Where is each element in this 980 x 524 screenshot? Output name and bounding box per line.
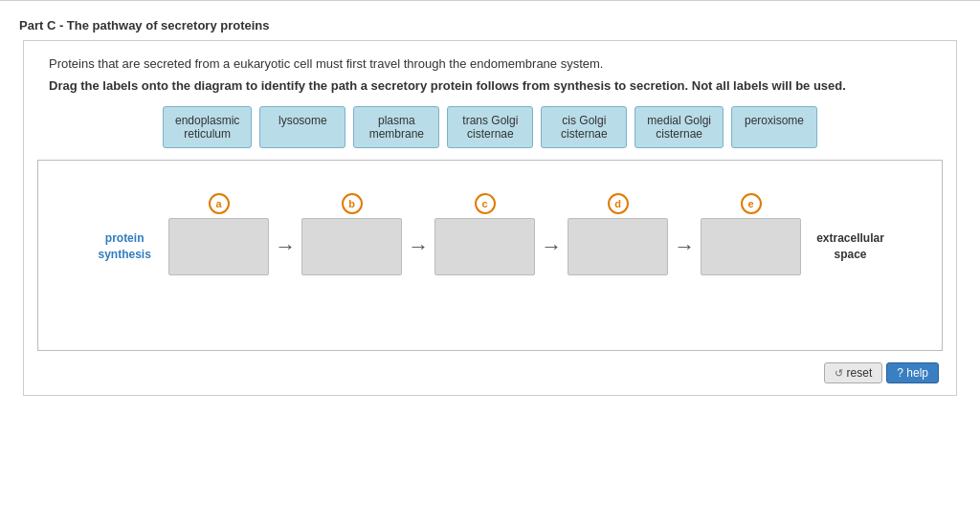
part-header: Part C - The pathway of secretory protei… bbox=[19, 18, 961, 33]
arrow-1: → bbox=[275, 236, 296, 257]
bottom-bar: ↺ reset ? help bbox=[37, 362, 943, 383]
step-label-e: e bbox=[741, 193, 762, 214]
right-side-label: extracellular space bbox=[816, 230, 884, 263]
drop-box-wrapper-e: e bbox=[701, 218, 801, 275]
diagram-box: protein synthesis a → b → bbox=[37, 160, 943, 351]
page-container: Part C - The pathway of secretory protei… bbox=[0, 0, 980, 405]
left-side-label: protein synthesis bbox=[96, 230, 153, 263]
drop-box-c[interactable] bbox=[434, 218, 535, 275]
drop-box-wrapper-b: b bbox=[301, 218, 402, 275]
description-text: Proteins that are secreted from a eukary… bbox=[37, 56, 943, 71]
label-medial-golgi[interactable]: medial Golgi cisternae bbox=[635, 106, 724, 148]
step-label-b: b bbox=[342, 193, 363, 214]
drop-box-wrapper-a: a bbox=[168, 218, 269, 275]
drop-box-a[interactable] bbox=[168, 218, 269, 275]
label-plasma-membrane[interactable]: plasma membrane bbox=[353, 106, 439, 148]
part-label: Part C bbox=[19, 18, 56, 33]
help-button[interactable]: ? help bbox=[886, 362, 939, 383]
step-label-d: d bbox=[608, 193, 629, 214]
drop-box-wrapper-c: c bbox=[434, 218, 535, 275]
reset-label: reset bbox=[847, 366, 873, 380]
labels-row: endoplasmic reticulum lysosome plasma me… bbox=[37, 106, 943, 148]
step-label-a: a bbox=[209, 193, 230, 214]
drop-box-b[interactable] bbox=[301, 218, 402, 275]
drop-box-d[interactable] bbox=[568, 218, 668, 275]
outer-box: Proteins that are secreted from a eukary… bbox=[23, 40, 957, 396]
diagram-content: protein synthesis a → b → bbox=[57, 218, 923, 275]
part-dash: - bbox=[56, 18, 67, 33]
reset-button[interactable]: ↺ reset bbox=[824, 362, 883, 383]
label-peroxisome[interactable]: peroxisome bbox=[731, 106, 817, 148]
pathway-row: a → b → c → bbox=[168, 218, 801, 275]
drop-box-wrapper-d: d bbox=[568, 218, 668, 275]
arrow-4: → bbox=[674, 236, 695, 257]
step-label-c: c bbox=[475, 193, 496, 214]
reset-icon: ↺ bbox=[835, 367, 843, 380]
arrow-3: → bbox=[541, 236, 562, 257]
part-title: The pathway of secretory proteins bbox=[67, 18, 270, 33]
label-endoplasmic-reticulum[interactable]: endoplasmic reticulum bbox=[163, 106, 252, 148]
instruction-text: Drag the labels onto the diagram to iden… bbox=[37, 78, 943, 93]
arrow-2: → bbox=[408, 236, 429, 257]
help-label: ? help bbox=[897, 366, 928, 380]
label-cis-golgi[interactable]: cis Golgi cisternae bbox=[541, 106, 627, 148]
label-trans-golgi[interactable]: trans Golgi cisternae bbox=[447, 106, 533, 148]
label-lysosome[interactable]: lysosome bbox=[259, 106, 345, 148]
drop-box-e[interactable] bbox=[701, 218, 801, 275]
